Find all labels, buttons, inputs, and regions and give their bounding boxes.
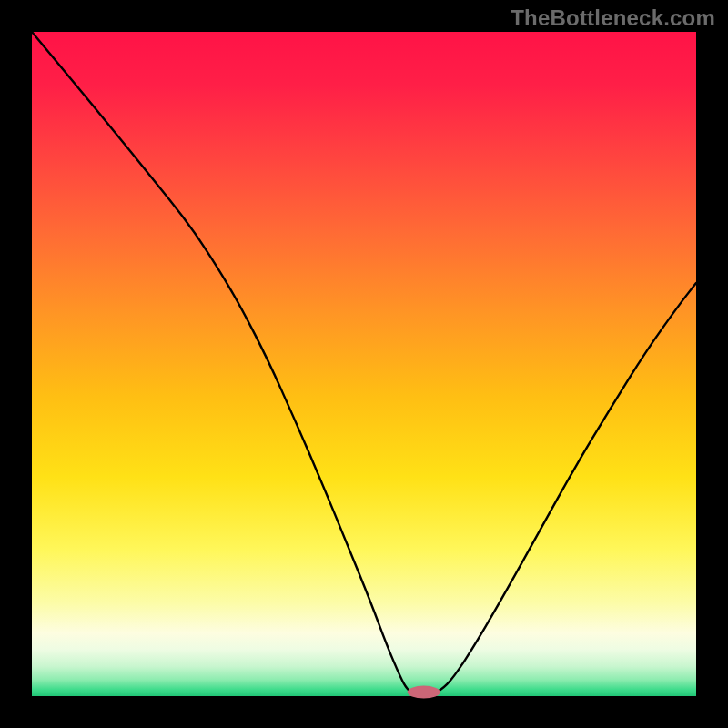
chart-svg bbox=[0, 0, 728, 728]
plot-background bbox=[32, 32, 696, 696]
optimal-marker bbox=[408, 686, 440, 699]
chart-stage: TheBottleneck.com bbox=[0, 0, 728, 728]
watermark-text: TheBottleneck.com bbox=[511, 5, 715, 31]
